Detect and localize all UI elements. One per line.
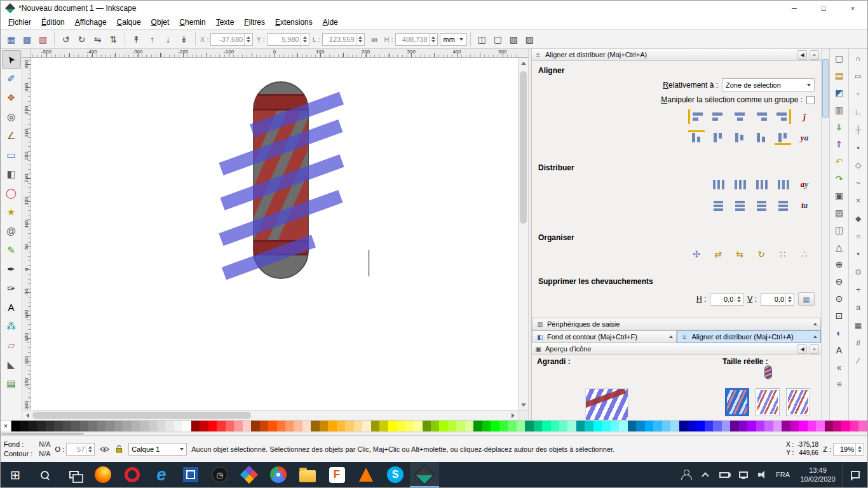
taskbar-firefox-button[interactable] [88,462,118,487]
palette-swatch[interactable] [713,421,721,431]
palette-swatch[interactable] [208,421,217,431]
scroll-down-button[interactable] [519,400,528,410]
raise-to-top-button[interactable]: ↟ [128,32,144,47]
palette-swatch[interactable] [473,421,482,431]
palette-swatch[interactable] [234,421,242,431]
palette-swatch[interactable] [773,421,782,431]
zoom-spinner[interactable] [855,444,864,455]
palette-swatch[interactable] [679,421,688,431]
tray-network-button[interactable] [734,462,753,487]
x-input[interactable] [211,36,244,43]
tray-show-hidden-button[interactable] [696,462,715,487]
taskbar-skype-button[interactable]: S [381,462,410,487]
palette-swatch[interactable] [71,421,79,431]
snap-nodes-toggle[interactable]: ◇ [851,158,866,173]
palette-swatch[interactable] [499,421,508,431]
barber-pole-drawing[interactable] [31,58,518,410]
palette-swatch[interactable] [525,421,533,431]
snap-smooth-nodes-toggle[interactable]: ○ [851,229,866,244]
taskbar-store-button[interactable] [234,462,264,487]
tray-volume-button[interactable] [753,462,772,487]
palette-swatch[interactable] [730,421,738,431]
palette-swatch[interactable] [611,421,619,431]
palette-swatch[interactable] [534,421,542,431]
palette-swatch[interactable] [328,421,336,431]
open-document-button[interactable]: ▤ [832,68,847,83]
horizontal-scroll-thumb[interactable] [32,412,251,419]
menu-item[interactable]: Filtres [239,16,270,29]
dock-scroll-thumb[interactable] [822,59,829,118]
align-text-horizontal-anchor-icon[interactable]: ĵ [796,109,813,125]
exchange-in-z-order-icon[interactable]: ⇆ [731,246,749,262]
palette-swatch[interactable] [696,421,705,431]
palette-swatch[interactable] [149,421,157,431]
rotate-cw-button[interactable]: ↻ [74,32,90,47]
import-button[interactable]: ⇓ [832,119,847,135]
ellipse-tool-button[interactable]: ◯ [2,184,21,202]
palette-scrollbar[interactable] [1,431,867,435]
vertical-scroll-thumb[interactable] [520,71,527,224]
scroll-right-button[interactable] [508,410,518,420]
canvas-viewport[interactable] [31,58,518,410]
palette-scroll-thumb[interactable] [1,433,84,435]
palette-swatch[interactable] [602,421,610,431]
taskbar-photos-button[interactable] [176,462,205,487]
palette-swatch[interactable] [217,421,225,431]
align-text-vertical-anchor-icon[interactable]: ya [796,130,813,146]
palette-swatch[interactable] [456,421,465,431]
palette-swatch[interactable] [268,421,276,431]
undo-button[interactable]: ↶ [832,154,847,169]
box-3d-tool-button[interactable]: ◧ [2,165,21,183]
palette-swatch[interactable] [11,421,20,431]
minimize-button[interactable]: ─ [780,1,809,15]
randomize-centers-icon[interactable]: ∷ [774,246,792,262]
unclump-icon[interactable]: ∴ [796,246,813,262]
vertical-ruler[interactable]: 450400350300250200150100500-50-100-150-2… [22,58,31,410]
gradient-tool-button[interactable]: ▤ [2,374,21,393]
taskbar-search-button[interactable] [30,462,59,487]
palette-swatch[interactable] [114,421,123,431]
tray-battery-button[interactable] [715,462,734,487]
palette-swatch[interactable] [294,421,302,431]
palette-swatch[interactable] [105,421,114,431]
export-button[interactable]: ⇑ [832,137,847,152]
palette-swatch[interactable] [628,421,636,431]
spiral-tool-button[interactable]: @ [2,222,21,240]
snap-rotation-center-toggle[interactable]: + [851,282,866,297]
distribute-text-horizontal-icon[interactable]: ay [796,176,813,192]
palette-swatch[interactable] [825,421,833,431]
no-color-swatch[interactable]: × [1,421,11,431]
zoom-input[interactable] [834,445,855,453]
tab-input-devices[interactable]: ▥ Périphériques de saisie [532,318,821,330]
menu-item[interactable]: Objet [146,16,175,29]
palette-swatch[interactable] [243,421,251,431]
palette-swatch[interactable] [491,421,499,431]
lock-ratio-toggle[interactable]: ∞ [367,32,383,47]
snap-bbox-midpoints-toggle[interactable]: ┼ [851,122,866,137]
save-button[interactable]: ◩ [832,85,847,100]
overlap-h-spinner[interactable] [735,294,743,305]
palette-swatch[interactable] [816,421,824,431]
snap-bbox-edges-toggle[interactable]: ▫ [851,86,866,102]
calligraphy-tool-button[interactable]: ✑ [2,279,21,297]
palette-swatch[interactable] [782,421,790,431]
zoom-selection-button[interactable]: ⊙ [832,291,847,306]
new-document-button[interactable]: ▢ [832,51,847,66]
menu-item[interactable]: Calque [112,16,146,29]
palette-swatch[interactable] [140,421,148,431]
palette-swatch[interactable] [542,421,550,431]
snap-guides-toggle[interactable]: ∕ [851,353,866,369]
snap-grid-toggle[interactable]: # [851,336,866,351]
star-tool-button[interactable]: ★ [2,203,21,221]
palette-swatch[interactable] [29,421,37,431]
palette-swatch[interactable] [345,421,353,431]
palette-swatch[interactable] [320,421,328,431]
y-input[interactable] [268,36,301,43]
lower-button[interactable]: ↓ [160,32,176,47]
layer-visibility-icon[interactable] [99,445,109,454]
align-bottom-to-anchor-top-icon[interactable] [688,130,705,146]
close-panel-button[interactable]: × [810,344,819,354]
close-button[interactable]: × [838,1,867,15]
palette-swatch[interactable] [585,421,593,431]
deselect-button[interactable]: ▧ [35,32,51,47]
